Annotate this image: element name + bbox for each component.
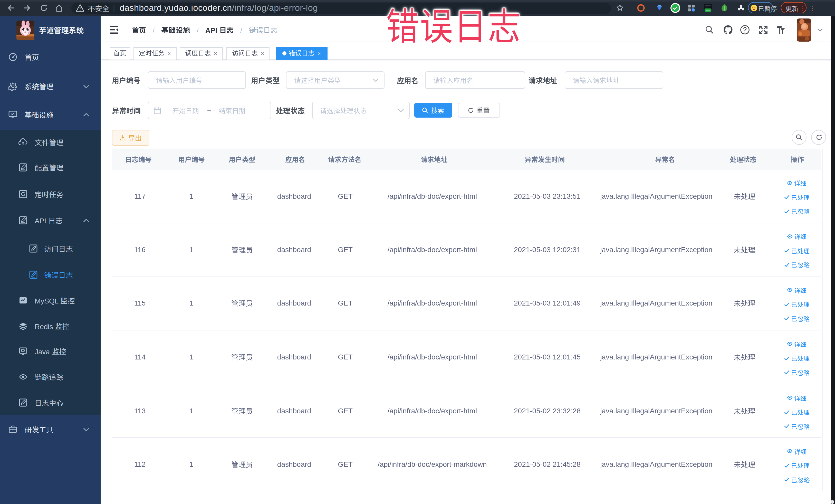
svg-text:on: on: [707, 9, 710, 12]
